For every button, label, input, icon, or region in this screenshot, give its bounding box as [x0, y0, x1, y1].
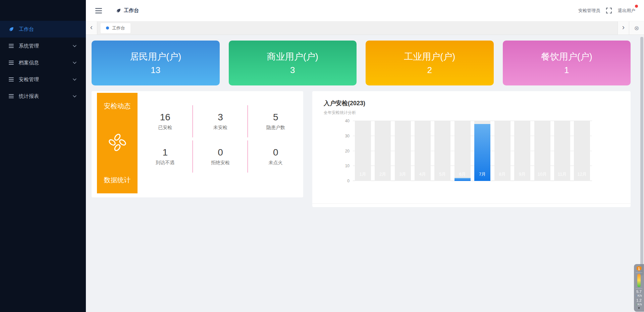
- user-stat-card: 餐饮用户(户) 1: [503, 41, 631, 85]
- sidebar-item[interactable]: 系统管理: [0, 38, 86, 54]
- safety-stat-cell: 16 已安检: [138, 104, 193, 139]
- background-bar: 9月: [514, 121, 530, 181]
- safety-side-subtitle: 数据统计: [104, 176, 131, 185]
- sidebar-item-label: 统计报表: [19, 93, 73, 100]
- background-bar: 8月: [494, 121, 511, 181]
- sidebar-menu: 工作台 系统管理 档案信息 安检管理 统计报表: [0, 21, 86, 105]
- sidebar-item[interactable]: 安检管理: [0, 71, 86, 88]
- tabs-scroll-right-button[interactable]: ›: [618, 21, 629, 35]
- top-header: 工作台 安检管理员 退出用户: [86, 0, 644, 21]
- download-speed: 1.2 ↓K/s: [636, 298, 642, 306]
- sidebar-item-label: 档案信息: [19, 60, 73, 66]
- tab-active-dot-icon: [106, 26, 109, 29]
- safety-stat-cell: 1 到访不遇: [138, 139, 193, 174]
- month-label: 10月: [534, 171, 550, 177]
- notification-dot: [635, 5, 638, 8]
- chart-bar-slot: 2月: [373, 121, 392, 181]
- sidebar-item[interactable]: 档案信息: [0, 54, 86, 71]
- data-bar: [454, 178, 471, 181]
- network-monitor-widget[interactable]: 1 5.7 ↑K/s 1.2 ↓K/s ▼: [634, 264, 644, 312]
- chart-bar-slot: 1月: [353, 121, 373, 181]
- chart-bar-slot: 8月: [492, 121, 512, 181]
- leaf-icon: [9, 26, 15, 32]
- close-all-tabs-icon[interactable]: ⊗: [629, 21, 644, 35]
- download-speed-value: 1.2: [636, 298, 642, 303]
- sidebar-item-workbench[interactable]: 工作台: [0, 21, 86, 38]
- safety-stat-value: 16: [160, 112, 170, 123]
- safety-stat-cell: 3 未安检: [193, 104, 248, 139]
- stat-card-value: 1: [564, 65, 569, 75]
- upload-speed: 5.7 ↑K/s: [636, 290, 642, 297]
- collapse-widget-icon[interactable]: ▼: [638, 307, 640, 310]
- sidebar-item[interactable]: 统计报表: [0, 88, 86, 105]
- header-right: 安检管理员 退出用户: [578, 8, 635, 14]
- month-label: 5月: [434, 171, 450, 177]
- safety-stat-value: 0: [218, 147, 223, 158]
- background-bar: 7月: [474, 121, 490, 181]
- chart-bar-slot: 11月: [552, 121, 572, 181]
- background-bar: 1月: [355, 121, 371, 181]
- safety-stat-value: 0: [273, 147, 278, 158]
- menu-lines-icon: [9, 61, 15, 65]
- menu-lines-icon: [9, 77, 15, 81]
- tab-strip: 工作台: [97, 21, 618, 35]
- y-axis-label: 10: [345, 164, 350, 168]
- scrollbar-thumb[interactable]: [640, 37, 643, 275]
- username[interactable]: 安检管理员: [578, 8, 600, 14]
- chart-subtitle: 全年安检统计分析: [324, 110, 631, 116]
- user-stat-card: 商业用户(户) 3: [229, 41, 357, 85]
- month-label: 7月: [474, 171, 490, 177]
- sidebar: 工作台 系统管理 档案信息 安检管理 统计报表: [0, 0, 86, 312]
- logout-button[interactable]: 退出用户: [618, 8, 635, 14]
- safety-dynamics-panel: 安检动态 数据统计 16 已安检 3 未安检 5 隐患户数 1: [92, 91, 303, 197]
- chart-bar-slot: 7月: [473, 121, 492, 181]
- logout-label: 退出用户: [618, 8, 635, 13]
- y-axis-label: 20: [345, 149, 350, 153]
- chart-panel-footer-divider: [312, 203, 631, 204]
- sidebar-item-label: 工作台: [19, 26, 76, 33]
- menu-lines-icon: [9, 94, 15, 98]
- chart-bar-slot: 10月: [532, 121, 552, 181]
- chart-slots: 1月2月3月4月5月6月7月8月9月10月11月12月: [353, 121, 592, 181]
- background-bar: 12月: [574, 121, 590, 181]
- breadcrumb[interactable]: 工作台: [116, 7, 139, 14]
- safety-stat-cell: 5 隐患户数: [248, 104, 303, 139]
- background-bar: 11月: [554, 121, 570, 181]
- widget-divider: [636, 272, 642, 273]
- tab-workbench[interactable]: 工作台: [101, 23, 130, 33]
- sidebar-item-label: 系统管理: [19, 43, 73, 49]
- y-axis-label: 30: [345, 134, 350, 138]
- leaf-icon: [116, 8, 121, 13]
- stat-card-title: 餐饮用户(户): [541, 51, 592, 63]
- month-label: 8月: [494, 171, 511, 177]
- hamburger-menu-icon[interactable]: [95, 8, 102, 13]
- safety-stat-label: 到访不遇: [156, 160, 174, 166]
- panels-row: 安检动态 数据统计 16 已安检 3 未安检 5 隐患户数 1: [92, 91, 631, 207]
- stat-card-value: 3: [290, 65, 295, 75]
- tabs-scroll-left-button[interactable]: ‹: [86, 21, 97, 35]
- inspection-chart-panel: 入户安检(2023) 全年安检统计分析 0102030401月2月3月4月5月6…: [312, 91, 631, 207]
- month-label: 3月: [395, 171, 411, 177]
- chart-bar-slot: 9月: [512, 121, 532, 181]
- month-label: 2月: [375, 171, 391, 177]
- background-bar: 10月: [534, 121, 550, 181]
- tab-label: 工作台: [112, 25, 125, 31]
- widget-divider: [636, 288, 642, 289]
- bar-chart: 0102030401月2月3月4月5月6月7月8月9月10月11月12月: [353, 121, 592, 181]
- month-label: 12月: [574, 171, 590, 177]
- month-label: 4月: [415, 171, 431, 177]
- safety-side-card: 安检动态 数据统计: [97, 93, 138, 193]
- safety-stat-cell: 0 未点火: [248, 139, 303, 174]
- safety-stat-value: 1: [163, 147, 168, 158]
- fullscreen-icon[interactable]: [606, 8, 612, 13]
- background-bar: 2月: [375, 121, 391, 181]
- chart-bar-slot: 4月: [413, 121, 432, 181]
- menu-lines-icon: [9, 44, 15, 48]
- safety-stat-label: 未点火: [269, 160, 283, 166]
- safety-stat-cell: 0 拒绝安检: [193, 139, 248, 174]
- stat-cards-row: 居民用户(户) 13 商业用户(户) 3 工业用户(户) 2 餐饮用户(户) 1: [92, 41, 631, 85]
- month-label: 6月: [454, 171, 471, 177]
- chart-title: 入户安检(2023): [324, 99, 631, 107]
- user-stat-card: 工业用户(户) 2: [366, 41, 494, 85]
- sidebar-logo-area: [0, 0, 86, 21]
